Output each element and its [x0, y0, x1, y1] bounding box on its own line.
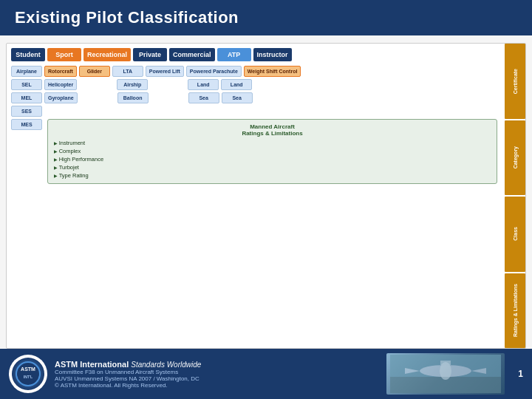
footer-committee: Committee F38 on Unmanned Aircraft Syste…: [55, 369, 379, 375]
class-empty-6: [82, 106, 117, 117]
svg-point-0: [16, 362, 40, 386]
main-content: Student Sport Recreational Private Comme…: [0, 35, 532, 349]
manned-item-1: Instrument: [54, 139, 491, 147]
header-bar: Existing Pilot Classification: [0, 0, 532, 35]
class-sea-1: Sea: [188, 92, 219, 103]
manned-item-2: Complex: [54, 147, 491, 155]
cert-recreational: Recreational: [83, 48, 131, 61]
class-empty-1: [79, 79, 115, 90]
cat-rotorcraft: Rotorcraft: [44, 66, 77, 77]
class-helicopter: Helicopter: [44, 79, 77, 90]
class-empty-2: [150, 79, 185, 90]
class-row-3: SES: [11, 106, 497, 117]
cat-glider: Glider: [79, 66, 110, 77]
page-title: Existing Pilot Classification: [15, 8, 239, 27]
cat-powered-lift: Powered Lift: [146, 66, 184, 77]
side-label-class: Class: [505, 197, 525, 272]
certificate-row: Student Sport Recreational Private Comme…: [11, 48, 521, 61]
aircraft-illustration: [390, 355, 501, 393]
footer-copyright: © ASTM International. All Rights Reserve…: [55, 382, 379, 389]
cert-sport: Sport: [47, 48, 81, 61]
manned-item-3: High Performance: [54, 155, 491, 163]
cat-lta: LTA: [112, 66, 143, 77]
class-sea-2: Sea: [222, 92, 253, 103]
cert-private: Private: [133, 48, 167, 61]
footer-event: AUVSI Unmanned Systems NA 2007 / Washing…: [55, 375, 379, 382]
class-empty-10: [233, 106, 268, 117]
class-sel: SEL: [11, 79, 42, 90]
side-label-ratings: Ratings & Limitations: [505, 273, 525, 349]
cert-instructor: Instructor: [253, 48, 292, 61]
grid-section: Airplane Rotorcraft Glider LTA Powered L…: [11, 66, 521, 344]
class-row-1: SEL Helicopter Airship Land Land: [11, 79, 497, 90]
chart-area: Student Sport Recreational Private Comme…: [6, 43, 526, 349]
page-number: 1: [518, 369, 523, 379]
manned-section: Manned Aircraft Ratings & Limitations In…: [47, 119, 497, 184]
side-labels: Certificate Category Class Ratings & Lim…: [505, 44, 525, 348]
astm-logo-svg: ASTM INT'L: [15, 361, 41, 387]
class-mel: MEL: [11, 92, 42, 103]
cert-student: Student: [11, 48, 45, 61]
class-mes: MES: [11, 119, 42, 130]
class-row-2: MEL Gyroplane Balloon Sea Sea: [11, 92, 497, 103]
cert-atp: ATP: [217, 48, 251, 61]
cert-commercial: Commercial: [169, 48, 215, 61]
class-land-1: Land: [188, 79, 219, 90]
astm-logo: ASTM INT'L: [9, 355, 47, 393]
class-ses: SES: [11, 106, 42, 117]
manned-title: Manned Aircraft Ratings & Limitations: [54, 123, 491, 137]
svg-text:ASTM: ASTM: [21, 366, 35, 372]
svg-rect-10: [440, 361, 451, 365]
side-label-cert: Certificate: [505, 44, 525, 119]
cat-powered-chute: Powered Parachute: [186, 66, 242, 77]
class-empty-5: [44, 106, 80, 117]
class-land-2: Land: [221, 79, 252, 90]
class-balloon: Balloon: [117, 92, 149, 103]
class-empty-9: [195, 106, 231, 117]
cat-weight-shift: Weight Shift Control: [244, 66, 301, 77]
cat-airplane: Airplane: [11, 66, 42, 77]
ratings-row: MES Manned Aircraft Ratings & Limitation…: [11, 119, 497, 184]
class-empty-7: [120, 106, 155, 117]
footer: ASTM INT'L ASTM International Standards …: [0, 349, 532, 399]
manned-list: Instrument Complex High Performance Turb…: [54, 139, 491, 180]
class-empty-3: [80, 92, 115, 103]
footer-text: ASTM International Standards Worldwide C…: [55, 360, 379, 389]
category-row: Airplane Rotorcraft Glider LTA Powered L…: [11, 66, 497, 77]
class-empty-4: [151, 92, 186, 103]
footer-image: [386, 353, 505, 395]
manned-item-4: Turbojet: [54, 163, 491, 171]
svg-text:INT'L: INT'L: [24, 375, 33, 379]
manned-item-5: Type Rating: [54, 171, 491, 180]
astm-logo-inner: ASTM INT'L: [12, 358, 44, 390]
class-gyroplane: Gyroplane: [44, 92, 78, 103]
class-empty-8: [157, 106, 193, 117]
class-airship: Airship: [117, 79, 148, 90]
footer-org: ASTM International Standards Worldwide: [55, 360, 379, 369]
side-label-category: Category: [505, 120, 525, 196]
